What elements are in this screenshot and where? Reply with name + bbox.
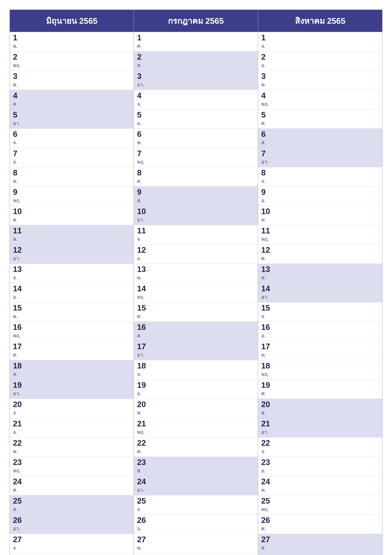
day-abbr: จ. xyxy=(137,100,255,108)
day-row[interactable]: 19อา. xyxy=(10,380,134,399)
day-row[interactable]: 24อา. xyxy=(134,476,258,495)
day-row[interactable]: 23อ. xyxy=(258,457,382,476)
day-row[interactable]: 17ศ. xyxy=(10,341,134,360)
day-row[interactable]: 5ศ. xyxy=(258,109,382,129)
day-row[interactable]: 26ศ. xyxy=(258,515,382,534)
day-row[interactable]: 7อา. xyxy=(258,148,382,167)
day-row[interactable]: 25พฤ. xyxy=(258,495,382,515)
day-row[interactable]: 10พ. xyxy=(258,206,382,225)
day-abbr: พฤ. xyxy=(137,158,255,166)
day-abbr: อ. xyxy=(137,389,255,397)
day-row[interactable]: 18พฤ. xyxy=(258,360,382,380)
day-row[interactable]: 5อ. xyxy=(134,109,258,129)
calendar-container: มิถุนายน 2565 กรกฎาคม 2565 สิงหาคม 2565 … xyxy=(9,9,383,555)
day-row[interactable]: 28อ. xyxy=(10,553,134,555)
day-row[interactable]: 15พ. xyxy=(10,302,134,322)
day-row[interactable]: 11ส. xyxy=(10,225,134,244)
day-row[interactable]: 4พฤ. xyxy=(258,90,382,109)
day-row[interactable]: 2อ. xyxy=(258,51,382,71)
day-row[interactable]: 28อา. xyxy=(258,553,382,555)
day-row[interactable]: 6พ. xyxy=(134,129,258,148)
day-number: 17 xyxy=(137,343,255,351)
day-row[interactable]: 27ส. xyxy=(258,534,382,553)
day-row[interactable]: 11พฤ. xyxy=(258,225,382,244)
day-row[interactable]: 24พ. xyxy=(258,476,382,495)
day-number: 26 xyxy=(13,516,130,524)
day-row[interactable]: 9พฤ. xyxy=(10,187,134,206)
day-row[interactable]: 15จ. xyxy=(258,302,382,322)
day-row[interactable]: 6จ. xyxy=(10,129,134,148)
day-row[interactable]: 8ศ. xyxy=(134,167,258,187)
day-row[interactable]: 8พ. xyxy=(10,167,134,187)
day-row[interactable]: 6ส. xyxy=(258,129,382,148)
day-row[interactable]: 17พ. xyxy=(258,341,382,360)
day-row[interactable]: 12ศ. xyxy=(258,244,382,264)
day-abbr: อ. xyxy=(261,331,379,340)
day-row[interactable]: 24ศ. xyxy=(10,476,134,495)
day-row[interactable]: 1จ. xyxy=(258,32,382,51)
day-row[interactable]: 4จ. xyxy=(134,90,258,109)
day-row[interactable]: 16ส. xyxy=(134,322,258,341)
day-row[interactable]: 26อา. xyxy=(10,515,134,534)
day-row[interactable]: 14อา. xyxy=(258,283,382,302)
day-row[interactable]: 3อา. xyxy=(134,71,258,90)
day-row[interactable]: 14พฤ. xyxy=(134,283,258,302)
day-row[interactable]: 4ส. xyxy=(10,90,134,109)
day-row[interactable]: 19ศ. xyxy=(258,380,382,399)
day-row[interactable]: 18ส. xyxy=(10,360,134,380)
day-row[interactable]: 20จ. xyxy=(10,399,134,418)
day-row[interactable]: 21อา. xyxy=(258,418,382,438)
day-row[interactable]: 18จ. xyxy=(134,360,258,380)
day-number: 14 xyxy=(13,285,130,292)
day-row[interactable]: 3ศ. xyxy=(10,71,134,90)
day-row[interactable]: 1พ. xyxy=(10,32,134,51)
day-row[interactable]: 23ส. xyxy=(134,457,258,476)
day-row[interactable]: 5อา. xyxy=(10,109,134,129)
day-abbr: อ. xyxy=(137,254,255,262)
day-row[interactable]: 10ศ. xyxy=(10,206,134,225)
day-row[interactable]: 21อ. xyxy=(10,418,134,438)
day-row[interactable]: 8จ. xyxy=(258,167,382,187)
day-row[interactable]: 25จ. xyxy=(134,495,258,515)
day-row[interactable]: 25ส. xyxy=(10,495,134,515)
day-row[interactable]: 2พฤ. xyxy=(10,51,134,71)
day-row[interactable]: 7พฤ. xyxy=(134,148,258,167)
day-row[interactable]: 19อ. xyxy=(134,380,258,399)
day-row[interactable]: 16อ. xyxy=(258,322,382,341)
day-row[interactable]: 26อ. xyxy=(134,515,258,534)
day-row[interactable]: 28พฤ. xyxy=(134,553,258,555)
day-row[interactable]: 9อ. xyxy=(258,187,382,206)
day-row[interactable]: 14อ. xyxy=(10,283,134,302)
day-row[interactable]: 2ส. xyxy=(134,51,258,71)
day-row[interactable]: 10อา. xyxy=(134,206,258,225)
day-number: 10 xyxy=(13,207,130,215)
day-row[interactable]: 21พฤ. xyxy=(134,418,258,438)
day-abbr: อา. xyxy=(137,216,255,224)
day-row[interactable]: 1ศ. xyxy=(134,32,258,51)
day-row[interactable]: 15ศ. xyxy=(134,302,258,322)
day-row[interactable]: 11จ. xyxy=(134,225,258,244)
day-row[interactable]: 20ส. xyxy=(258,399,382,418)
day-row[interactable]: 22ศ. xyxy=(134,438,258,457)
day-row[interactable]: 16พฤ. xyxy=(10,322,134,341)
day-abbr: อ. xyxy=(137,119,255,127)
day-row[interactable]: 13พ. xyxy=(134,264,258,283)
day-abbr: ศ. xyxy=(261,525,379,533)
day-row[interactable]: 17อา. xyxy=(134,341,258,360)
day-abbr: อ. xyxy=(261,467,379,475)
day-row[interactable]: 13จ. xyxy=(10,264,134,283)
day-row[interactable]: 12อ. xyxy=(134,244,258,264)
day-row[interactable]: 9ส. xyxy=(134,187,258,206)
day-row[interactable]: 13ส. xyxy=(258,264,382,283)
day-row[interactable]: 22พ. xyxy=(10,438,134,457)
day-row[interactable]: 12อา. xyxy=(10,244,134,264)
day-row[interactable]: 23พฤ. xyxy=(10,457,134,476)
day-row[interactable]: 20พ. xyxy=(134,399,258,418)
day-row[interactable]: 27พ. xyxy=(134,534,258,553)
day-number: 22 xyxy=(261,439,379,447)
day-row[interactable]: 27จ. xyxy=(10,534,134,553)
day-row[interactable]: 7อ. xyxy=(10,148,134,167)
day-row[interactable]: 22จ. xyxy=(258,438,382,457)
day-number: 8 xyxy=(13,169,130,177)
day-row[interactable]: 3พ. xyxy=(258,71,382,90)
